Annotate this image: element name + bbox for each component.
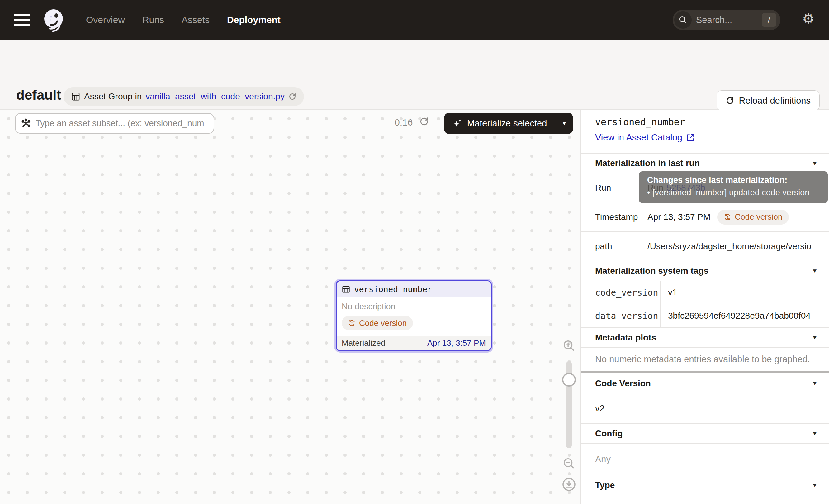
code-version-badge-label: Code version <box>735 212 782 222</box>
table-icon <box>341 285 350 294</box>
page-header: default Asset Group in vanilla_asset_wit… <box>0 40 829 110</box>
materialize-selected-button[interactable]: Materialize selected ▼ <box>444 113 573 134</box>
collapse-caret-icon[interactable]: ▼ <box>812 482 818 489</box>
lineage-canvas[interactable]: 0:16 Materialize selected ▼ versioned_nu… <box>0 110 581 504</box>
search-icon <box>674 11 692 29</box>
table-row: code_version v1 <box>581 281 829 304</box>
view-in-asset-catalog-link[interactable]: View in Asset Catalog <box>595 132 695 143</box>
section-system-tags[interactable]: Materialization system tags ▼ <box>581 261 829 281</box>
asset-subset-field <box>15 113 214 134</box>
view-in-asset-catalog-label: View in Asset Catalog <box>595 132 682 143</box>
materialize-dropdown-caret[interactable]: ▼ <box>555 113 573 134</box>
panel-title-block: versioned_number View in Asset Catalog <box>581 110 829 153</box>
row-label-data-version: data_version <box>581 304 660 327</box>
code-version-sync-icon <box>348 319 356 327</box>
section-header-label: Config <box>595 429 623 439</box>
section-header-label: Type <box>595 480 615 490</box>
zoom-slider[interactable] <box>566 361 572 448</box>
zoom-out-icon[interactable] <box>562 456 576 471</box>
reload-definitions-label: Reload definitions <box>739 96 810 106</box>
section-metadata-plots[interactable]: Metadata plots ▼ <box>581 328 829 348</box>
section-header-label: Code Version <box>595 379 651 389</box>
code-version-badge-label: Code version <box>359 318 407 328</box>
materialized-time[interactable]: Apr 13, 3:57 PM <box>427 338 486 348</box>
code-version-badge[interactable]: Code version <box>717 210 789 225</box>
asset-node-description: No description <box>341 302 486 312</box>
collapse-caret-icon[interactable]: ▼ <box>812 160 818 166</box>
settings-gear-icon[interactable]: ⚙ <box>802 12 814 26</box>
collapse-caret-icon[interactable]: ▼ <box>812 268 818 274</box>
asset-node-footer: Materialized Apr 13, 3:57 PM <box>337 336 491 350</box>
changes-tooltip: Changes since last materialization: • [v… <box>639 171 828 203</box>
config-value: Any <box>581 443 829 475</box>
search-shortcut-key: / <box>762 13 776 27</box>
section-header-label: Metadata plots <box>595 333 656 343</box>
reload-definitions-button[interactable]: Reload definitions <box>717 90 820 111</box>
nav-assets[interactable]: Assets <box>182 15 210 25</box>
row-label-path: path <box>581 232 640 261</box>
collapse-caret-icon[interactable]: ▼ <box>812 334 818 341</box>
canvas-refresh-icon[interactable] <box>419 116 429 127</box>
asset-node-body: No description Code version <box>337 297 491 336</box>
materialized-status: Materialized <box>341 338 385 348</box>
code-version-value: v2 <box>581 393 829 424</box>
external-link-icon <box>686 133 695 142</box>
nav-runs[interactable]: Runs <box>142 15 164 25</box>
asset-group-refresh-icon[interactable] <box>288 93 296 101</box>
top-nav: Overview Runs Assets Deployment / ⚙ <box>0 0 829 40</box>
nav-overview[interactable]: Overview <box>86 15 125 25</box>
row-label-timestamp: Timestamp <box>581 203 640 231</box>
global-search[interactable]: / <box>673 10 781 30</box>
metadata-plots-empty-message: No numeric metadata entries available to… <box>581 348 829 371</box>
graph-selector-icon <box>21 118 31 129</box>
collapse-caret-icon[interactable]: ▼ <box>812 431 818 437</box>
download-image-icon[interactable] <box>562 477 576 492</box>
dagster-logo[interactable] <box>42 7 67 32</box>
zoom-slider-handle[interactable] <box>562 373 576 387</box>
data-version-value: 3bfc269594ef649228e9a74bab00f04 <box>660 304 829 327</box>
table-row: Timestamp Apr 13, 3:57 PM Code version <box>581 203 829 232</box>
section-type[interactable]: Type ▼ <box>581 475 829 495</box>
asset-node-name: versioned_number <box>354 285 432 294</box>
section-header-label: Materialization in last run <box>595 158 700 168</box>
row-label-run: Run <box>581 173 640 202</box>
asset-node-versioned-number[interactable]: versioned_number No description Code ver… <box>336 280 492 351</box>
asset-group-file-link[interactable]: vanilla_asset_with_code_version.py <box>145 92 285 102</box>
search-input[interactable] <box>696 15 762 25</box>
timestamp-value: Apr 13, 3:57 PM <box>647 212 710 222</box>
asset-subset-input[interactable] <box>36 118 209 128</box>
zoom-controls <box>559 338 579 492</box>
system-tags-table: code_version v1 data_version 3bfc269594e… <box>581 281 829 328</box>
asset-group-prefix: Asset Group in <box>84 92 142 102</box>
table-row: path /Users/sryza/dagster_home/storage/v… <box>581 232 829 261</box>
section-config[interactable]: Config ▼ <box>581 424 829 443</box>
path-link[interactable]: /Users/sryza/dagster_home/storage/versio <box>647 242 811 251</box>
code-version-value: v1 <box>660 281 829 304</box>
section-header-label: Materialization system tags <box>595 266 709 276</box>
zoom-in-icon[interactable] <box>562 338 576 353</box>
page-title: default <box>16 87 61 103</box>
section-code-version[interactable]: Code Version ▼ <box>581 373 829 393</box>
section-materialization-last-run[interactable]: Materialization in last run ▼ <box>581 153 829 173</box>
materialize-main[interactable]: Materialize selected <box>444 113 555 134</box>
panel-resize-splitter[interactable] <box>581 371 829 373</box>
tooltip-title: Changes since last materialization: <box>647 175 820 185</box>
collapse-caret-icon[interactable]: ▼ <box>812 380 818 387</box>
tooltip-item: • [versioned_number] updated code versio… <box>647 188 820 197</box>
asset-group-pill: Asset Group in vanilla_asset_with_code_v… <box>64 87 304 106</box>
materialize-label: Materialize selected <box>467 118 547 129</box>
panel-asset-name: versioned_number <box>595 116 829 128</box>
primary-nav: Overview Runs Assets Deployment <box>86 15 281 25</box>
asset-group-icon <box>71 92 80 101</box>
menu-icon[interactable] <box>14 14 30 26</box>
table-row: data_version 3bfc269594ef649228e9a74bab0… <box>581 304 829 328</box>
row-label-code-version: code_version <box>581 281 660 304</box>
nav-deployment[interactable]: Deployment <box>227 15 281 25</box>
asset-node-header: versioned_number <box>337 281 491 297</box>
code-version-badge[interactable]: Code version <box>341 316 413 330</box>
refresh-timer: 0:16 <box>395 117 412 128</box>
sparkle-icon <box>452 118 463 129</box>
asset-detail-panel: versioned_number View in Asset Catalog M… <box>581 110 829 504</box>
reload-icon <box>726 96 734 105</box>
